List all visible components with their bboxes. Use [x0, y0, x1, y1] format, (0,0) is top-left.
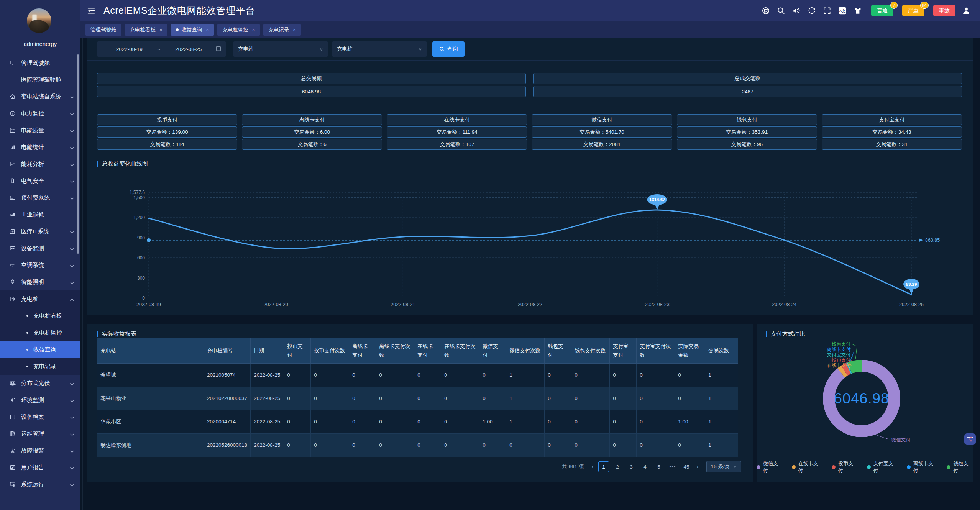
bullet-icon [26, 332, 28, 334]
sidebar-item-hvac[interactable]: 空调系统 [0, 257, 80, 274]
sidebar-item-substation[interactable]: 变电站综自系统 [0, 88, 80, 105]
page-number[interactable]: 45 [681, 461, 692, 472]
sidebar-subitem-pile-monitor[interactable]: 充电桩监控 [0, 324, 80, 341]
next-page-icon[interactable]: › [695, 463, 700, 471]
legend-item[interactable]: 在线卡支付 [792, 460, 822, 474]
alert-accident-button[interactable]: 事故 [933, 5, 955, 16]
translate-icon[interactable]: A文 [838, 6, 847, 15]
sidebar-item-electrical-safety[interactable]: 电气安全 [0, 172, 80, 189]
sidebar-subitem-revenue-query[interactable]: 收益查询 [0, 341, 80, 358]
table-cell: 0 [610, 410, 637, 434]
fullscreen-icon[interactable] [822, 6, 832, 15]
sidebar-item-power-quality[interactable]: 电能质量 [0, 122, 80, 139]
table-cell: 畅达峰东侧地 [97, 434, 204, 457]
page-number[interactable]: 4 [640, 461, 650, 472]
table-cell: 0 [545, 387, 571, 410]
table-cell: 0 [414, 387, 441, 410]
refresh-icon[interactable] [807, 6, 816, 15]
table-header-cell: 交易次数 [705, 338, 738, 364]
tab-dashboard[interactable]: 管理驾驶舱 [85, 24, 121, 36]
lifebuoy-icon[interactable] [761, 6, 770, 15]
line-chart-title: 总收益变化曲线图 [97, 160, 148, 167]
station-select[interactable]: 充电站 ∨ [233, 41, 328, 57]
tab-close-icon[interactable]: × [159, 27, 163, 33]
query-button[interactable]: 查询 [432, 41, 465, 57]
sidebar-item-energy-analysis[interactable]: 能耗分析 [0, 156, 80, 172]
table-cell: 1.00 [479, 410, 506, 434]
sidebar-item-user-report[interactable]: 用户报告 [0, 459, 80, 476]
query-form: 2022-08-19 ~ 2022-08-25 充电站 ∨ 充电桩 ∨ [97, 41, 465, 57]
date-range-input[interactable]: 2022-08-19 ~ 2022-08-25 [97, 41, 226, 57]
sidebar-menu: 管理驾驶舱 医院管理驾驶舱 变电站综自系统 电力监控 电能质量 [0, 54, 80, 493]
sidebar-item-hospital-dashboard[interactable]: 医院管理驾驶舱 [0, 71, 80, 88]
sidebar-item-lighting[interactable]: 智能照明 [0, 274, 80, 290]
legend-item[interactable]: 支付宝支付 [867, 460, 898, 474]
legend-item[interactable]: 离线卡支付 [907, 460, 937, 474]
sidebar-item-medical-it[interactable]: 医疗IT系统 [0, 223, 80, 240]
page-ellipsis[interactable]: ••• [667, 461, 678, 472]
page-number[interactable]: 5 [653, 461, 664, 472]
page-number[interactable]: 1 [598, 461, 609, 472]
table-cell: 0 [610, 434, 637, 457]
pile-select[interactable]: 充电桩 ∨ [332, 41, 427, 57]
search-icon[interactable] [776, 6, 786, 15]
user-icon[interactable] [962, 6, 971, 15]
tab-revenue-query[interactable]: 收益查询 × [171, 24, 214, 36]
sidebar-item-dashboard[interactable]: 管理驾驶舱 [0, 54, 80, 71]
sidebar-item-charging-pile[interactable]: 充电桩 [0, 290, 80, 307]
tab-close-icon[interactable]: × [293, 27, 296, 33]
sidebar-item-device-monitor[interactable]: 设备监测 [0, 240, 80, 257]
page-number[interactable]: 2 [612, 461, 623, 472]
page-size-select[interactable]: 15 条/页 ∨ [706, 461, 741, 472]
svg-text:钱包支付: 钱包支付 [831, 341, 851, 347]
table-row[interactable]: 畅达峰东侧地202205260000182022-08-250000000000… [97, 434, 738, 457]
tab-charge-records[interactable]: 充电记录 × [263, 24, 301, 36]
volume-icon[interactable] [792, 6, 801, 15]
table-row[interactable]: 华苑小区20200047142022-08-250000001.00100001… [97, 410, 738, 434]
sidebar-item-energy-stats[interactable]: 电能统计 [0, 139, 80, 156]
table-cell: 1 [506, 410, 545, 434]
empty-icon [10, 77, 16, 83]
legend-item[interactable]: 钱包支付 [947, 460, 973, 474]
legend-item[interactable]: 投币支付 [832, 460, 858, 474]
sidebar-subitem-pile-board[interactable]: 充电桩看板 [0, 307, 80, 324]
page-number[interactable]: 3 [626, 461, 637, 472]
sidebar-item-system-run[interactable]: 系统运行 [0, 476, 80, 493]
table-header-cell: 钱包支付次数 [571, 338, 610, 364]
revenue-panel: 2022-08-19 ~ 2022-08-25 充电站 ∨ 充电桩 ∨ [87, 38, 973, 315]
table-row[interactable]: 花果山物业202102200000372022-08-2500000001000… [97, 387, 738, 410]
table-header-cell: 微信支付 [479, 338, 506, 364]
sidebar-item-ops[interactable]: 运维管理 [0, 425, 80, 442]
tab-close-icon[interactable]: × [252, 27, 255, 33]
table-cell: 0 [284, 387, 311, 410]
alert-normal-button[interactable]: 普通 7 [871, 5, 893, 16]
table-cell: 0 [545, 410, 571, 434]
alert-severe-button[interactable]: 严重 84 [902, 5, 924, 16]
sidebar-item-industrial-energy[interactable]: 工业能耗 [0, 206, 80, 223]
sidebar: adminenergy 管理驾驶舱 医院管理驾驶舱 变电站综自系统 电力监控 [0, 0, 80, 510]
chevron-down-icon: ∨ [319, 47, 323, 51]
sidebar-item-fault-alarm[interactable]: 故障报警 [0, 442, 80, 459]
collapse-menu-icon[interactable] [86, 6, 96, 16]
table-header-cell: 离线卡支付次数 [376, 338, 414, 364]
chevron-down-icon [70, 414, 74, 420]
sidebar-item-solar-pv[interactable]: 分布式光伏 [0, 375, 80, 392]
sidebar-scrollbar[interactable] [77, 54, 79, 254]
sidebar-item-prepaid[interactable]: 预付费系统 [0, 189, 80, 206]
prev-page-icon[interactable]: ‹ [590, 463, 595, 471]
table-row[interactable]: 希望城20210050742022-08-2500000001000001 [97, 364, 738, 387]
chevron-down-icon [70, 144, 74, 151]
legend-item[interactable]: 微信支付 [757, 460, 783, 474]
table-cell: 0 [376, 434, 414, 457]
sidebar-item-environment[interactable]: 环境监测 [0, 392, 80, 408]
sidebar-subitem-charge-records[interactable]: 充电记录 [0, 358, 80, 375]
display-settings-fab[interactable] [964, 433, 976, 445]
table-cell: 0 [376, 364, 414, 387]
theme-shirt-icon[interactable] [853, 6, 862, 15]
sidebar-item-device-archive[interactable]: 设备档案 [0, 408, 80, 425]
tab-close-icon[interactable]: × [206, 27, 209, 33]
extinguisher-icon [10, 178, 16, 184]
sidebar-item-power-monitor[interactable]: 电力监控 [0, 105, 80, 122]
tab-pile-monitor[interactable]: 充电桩监控 × [217, 24, 260, 36]
tab-pile-board[interactable]: 充电桩看板 × [125, 24, 167, 36]
